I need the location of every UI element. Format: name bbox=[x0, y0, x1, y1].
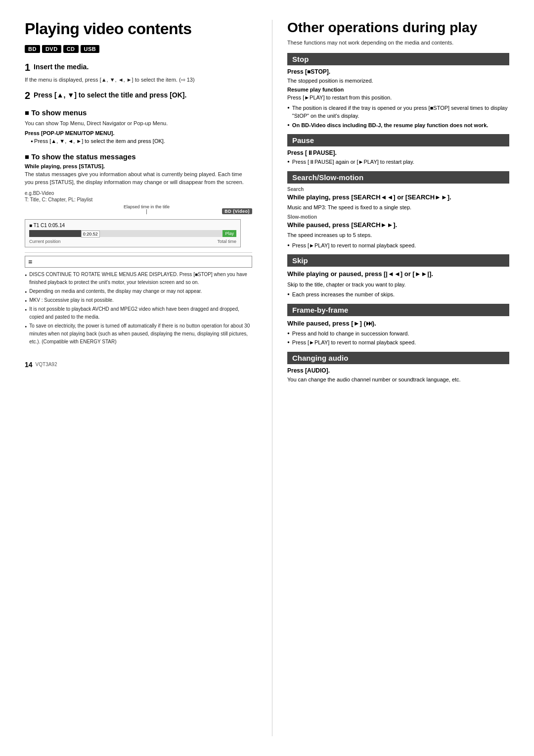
right-title: Other operations during play bbox=[287, 20, 509, 36]
stop-bar: Stop bbox=[287, 53, 509, 65]
pause-bar: Pause bbox=[287, 134, 509, 146]
footer: 14 VQT3A92 bbox=[25, 361, 252, 369]
skip-heading: While playing or paused, press [|◄◄] or … bbox=[287, 270, 509, 279]
step-1-label: Insert the media. bbox=[34, 63, 89, 71]
pause-press: Press [⏸PAUSE]. bbox=[287, 149, 509, 156]
skip-body: Skip to the title, chapter or track you … bbox=[287, 281, 509, 289]
vqt-code: VQT3A92 bbox=[36, 362, 57, 367]
progress-time: 0:20.52 bbox=[81, 231, 100, 237]
elapsed-label: Elapsed time in the title bbox=[124, 204, 170, 209]
badge-bd: BD bbox=[25, 45, 40, 53]
track-val: ■ T1 C1 0:05.14 bbox=[29, 223, 65, 228]
audio-press: Press [AUDIO]. bbox=[287, 367, 509, 374]
track-labels: T: Title, C: Chapter, PL: Playlist bbox=[25, 197, 252, 202]
audio-section: Changing audio Press [AUDIO]. You can ch… bbox=[287, 352, 509, 384]
resume-body: Press [►PLAY] to restart from this posit… bbox=[287, 94, 509, 102]
search-section: Search/Slow-motion Search While playing,… bbox=[287, 171, 509, 250]
eg-label: e.g.BD-Video bbox=[25, 190, 252, 196]
bd-video-badge: BD (Video) bbox=[222, 208, 252, 214]
to-show-menus: ■ To show menus You can show Top Menu, D… bbox=[25, 108, 252, 145]
step-1: 1 Insert the media. If the menu is displ… bbox=[25, 62, 252, 84]
badge-usb: USB bbox=[81, 45, 100, 53]
page: Playing video contents BD DVD CD USB 1 I… bbox=[0, 0, 534, 756]
progress-bar: Play 0:20.52 bbox=[29, 230, 236, 237]
right-intro: These functions may not work depending o… bbox=[287, 39, 509, 47]
audio-body: You can change the audio channel number … bbox=[287, 376, 509, 384]
stop-body: The stopped position is memorized. bbox=[287, 77, 509, 85]
slow-label: Slow-motion bbox=[287, 214, 509, 220]
search-body: Music and MP3: The speed is fixed to a s… bbox=[287, 203, 509, 212]
right-column: Other operations during play These funct… bbox=[272, 20, 509, 736]
badge-cd: CD bbox=[63, 45, 79, 53]
step-1-body: If the menu is displayed, press [▲, ▼, ◄… bbox=[25, 76, 252, 84]
format-badges: BD DVD CD USB bbox=[25, 45, 252, 53]
warning-4: It is not possible to playback AVCHD and… bbox=[25, 305, 252, 321]
pause-bullet-1: Press [⏸PAUSE] again or [►PLAY] to resta… bbox=[287, 158, 509, 166]
while-playing-label: While playing, press [STATUS]. bbox=[25, 163, 252, 169]
frame-heading: While paused, press [►] (⏭). bbox=[287, 319, 509, 328]
frame-bullet-2: Press [►PLAY] to revert to normal playba… bbox=[287, 338, 509, 347]
page-number: 14 bbox=[25, 361, 33, 369]
slow-body: The speed increases up to 5 steps. bbox=[287, 231, 509, 239]
warning-1: DISCS CONTINUE TO ROTATE WHILE MENUS ARE… bbox=[25, 271, 252, 286]
status-box: ■ T1 C1 0:05.14 Play 0:20.52 Current pos… bbox=[25, 219, 241, 247]
stop-bullet-1: The position is cleared if the tray is o… bbox=[287, 104, 509, 120]
frame-section: Frame-by-frame While paused, press [►] (… bbox=[287, 304, 509, 347]
badge-dvd: DVD bbox=[42, 45, 61, 53]
slow-bullet: Press [►PLAY] to revert to normal playba… bbox=[287, 241, 509, 250]
step-2-num: 2 bbox=[25, 90, 30, 101]
warning-2: Depending on media and contents, the dis… bbox=[25, 287, 252, 295]
warning-5: To save on electricity, the power is tur… bbox=[25, 322, 252, 346]
frame-bullet-1: Press and hold to change in succession f… bbox=[287, 330, 509, 338]
status-diagram: e.g.BD-Video T: Title, C: Chapter, PL: P… bbox=[25, 190, 252, 247]
skip-bullet: Each press increases the number of skips… bbox=[287, 290, 509, 299]
menus-heading: ■ To show menus bbox=[25, 108, 252, 117]
skip-section: Skip While playing or paused, press [|◄◄… bbox=[287, 254, 509, 298]
warning-bullets: DISCS CONTINUE TO ROTATE WHILE MENUS ARE… bbox=[25, 271, 252, 346]
to-show-status: ■ To show the status messages While play… bbox=[25, 152, 252, 346]
popup-menu-label: Press [POP-UP MENU/TOP MENU]. bbox=[25, 130, 252, 136]
left-column: Playing video contents BD DVD CD USB 1 I… bbox=[25, 20, 252, 736]
slow-heading: While paused, press [SEARCH►►]. bbox=[287, 221, 509, 230]
resume-heading: Resume play function bbox=[287, 87, 509, 93]
step-1-num: 1 bbox=[25, 62, 30, 73]
play-label: Play bbox=[222, 230, 236, 237]
search-bar: Search/Slow-motion bbox=[287, 171, 509, 184]
menus-body: You can show Top Menu, Direct Navigator … bbox=[25, 119, 252, 128]
stop-press: Press [■STOP]. bbox=[287, 68, 509, 75]
step-2-label: Press [▲, ▼] to select the title and pre… bbox=[34, 91, 186, 99]
warning-3: MKV : Successive play is not possible. bbox=[25, 296, 252, 304]
search-label: Search bbox=[287, 187, 509, 192]
stop-bullet-2: On BD-Video discs including BD-J, the re… bbox=[287, 121, 509, 130]
stop-section: Stop Press [■STOP]. The stopped position… bbox=[287, 53, 509, 130]
audio-bar: Changing audio bbox=[287, 352, 509, 364]
note-icon: ≡ bbox=[28, 258, 32, 266]
current-position: Current position bbox=[29, 239, 61, 244]
step-2: 2 Press [▲, ▼] to select the title and p… bbox=[25, 90, 252, 101]
total-time: Total time bbox=[217, 239, 236, 244]
page-title: Playing video contents bbox=[25, 20, 252, 38]
status-body: The status messages give you information… bbox=[25, 170, 252, 187]
skip-bar: Skip bbox=[287, 254, 509, 267]
pause-section: Pause Press [⏸PAUSE]. Press [⏸PAUSE] aga… bbox=[287, 134, 509, 166]
menus-bullet: Press [▲, ▼, ◄, ►] to select the item an… bbox=[31, 137, 252, 145]
frame-bar: Frame-by-frame bbox=[287, 304, 509, 316]
note-box: ≡ bbox=[25, 256, 252, 268]
search-heading: While playing, press [SEARCH◄◄] or [SEAR… bbox=[287, 193, 509, 202]
status-heading: ■ To show the status messages bbox=[25, 152, 252, 161]
